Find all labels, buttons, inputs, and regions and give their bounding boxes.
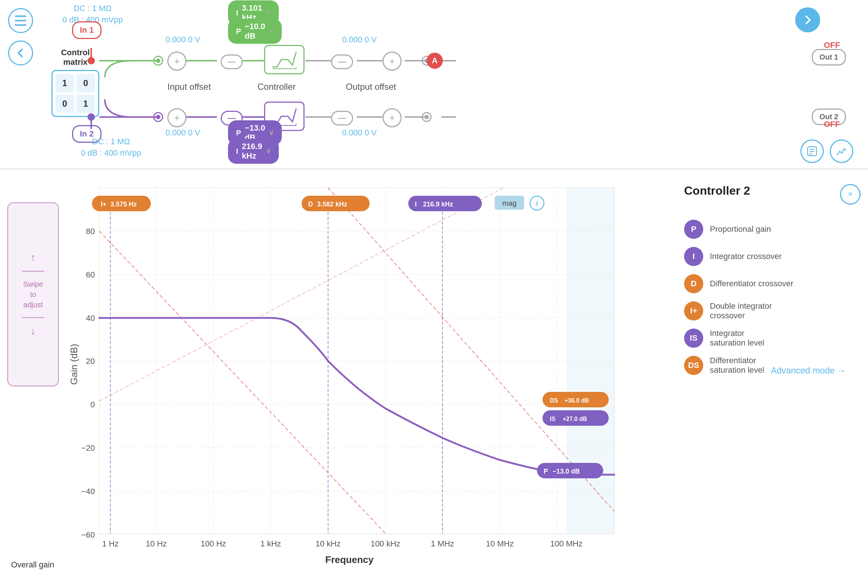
svg-text:−13.0 dB: −13.0 dB xyxy=(552,468,580,475)
ch2-gain-row: × P −13.0 dB ∨ xyxy=(228,128,233,137)
volt-input-bot: 0.000 0 V xyxy=(165,128,200,137)
legend-badge-p: P xyxy=(684,220,703,239)
svg-text:10 kHz: 10 kHz xyxy=(316,539,341,548)
matrix-cell-11[interactable]: 1 xyxy=(77,95,95,113)
svg-text:80: 80 xyxy=(86,227,95,236)
svg-text:10 Hz: 10 Hz xyxy=(146,539,167,548)
adder-green-1[interactable]: + xyxy=(167,52,186,71)
ch2-freq-badge[interactable]: I 216.9 kHz ∨ xyxy=(228,139,279,164)
legend-item-iplus: I+ Double integratorcrossover xyxy=(684,301,861,321)
menu-button[interactable] xyxy=(8,8,33,33)
svg-text:216.9 kHz: 216.9 kHz xyxy=(423,201,453,208)
svg-text:1 MHz: 1 MHz xyxy=(431,539,454,548)
legend-text-d: Differentiator crossover xyxy=(710,279,793,288)
swipe-line-top xyxy=(22,271,44,272)
svg-text:3.575 Hz: 3.575 Hz xyxy=(110,201,137,208)
svg-text:mag: mag xyxy=(502,199,517,207)
swipe-down-arrow[interactable]: ↓ xyxy=(31,325,36,337)
legend-badge-d: D xyxy=(684,274,703,293)
adder-purple-1[interactable]: + xyxy=(167,108,186,127)
svg-text:100 Hz: 100 Hz xyxy=(201,539,226,548)
svg-text:Frequency: Frequency xyxy=(325,554,374,565)
legend-panel: Controller 2 × P Proportional gain I Int… xyxy=(684,184,861,383)
legend-item-i: I Integrator crossover xyxy=(684,247,861,266)
legend-text-p: Proportional gain xyxy=(710,225,771,234)
svg-text:+36.0 dB: +36.0 dB xyxy=(565,397,589,404)
input-offset-label: Input offset xyxy=(167,82,211,92)
ch2-freq-dropdown[interactable]: ∨ xyxy=(266,147,271,155)
off1-label: OFF xyxy=(824,40,840,50)
controller-green[interactable] xyxy=(264,45,304,74)
out1-node[interactable]: Out 1 xyxy=(812,49,846,65)
swipe-panel[interactable]: ↑ Swipe to adjust ↓ xyxy=(7,202,59,386)
svg-text:i: i xyxy=(536,200,538,207)
overall-gain-label: Overall gain xyxy=(11,560,54,570)
volt-input-top: 0.000 0 V xyxy=(165,35,200,44)
ch1-freq-dropdown[interactable]: ∨ xyxy=(266,9,271,17)
legend-text-is: Integratorsaturation level xyxy=(710,329,764,348)
matrix-box[interactable]: 1 0 0 1 xyxy=(52,70,99,117)
swipe-up-arrow[interactable]: ↑ xyxy=(31,252,36,263)
svg-text:20: 20 xyxy=(86,356,95,366)
matrix-cell-01[interactable]: 0 xyxy=(77,74,95,92)
controller-title: Controller 2 xyxy=(684,184,861,198)
controller-label: Controller xyxy=(257,82,296,92)
dc-label-bottom: DC : 1 MΩ 0 dB : 400 mVpp xyxy=(81,136,141,159)
legend-close-button[interactable]: × xyxy=(840,184,861,205)
svg-text:−40: −40 xyxy=(81,487,95,496)
legend-text-ds: Differentiatorsaturation level xyxy=(710,356,764,375)
adder-output-green[interactable]: + xyxy=(382,52,402,71)
legend-item-p: P Proportional gain xyxy=(684,220,861,239)
svg-rect-38 xyxy=(567,188,614,533)
minus-green[interactable]: — xyxy=(221,55,243,69)
a-circle[interactable]: A xyxy=(427,53,443,69)
svg-rect-2 xyxy=(15,24,27,26)
svg-text:DS: DS xyxy=(550,397,558,404)
svg-point-26 xyxy=(424,115,429,119)
ch1-gain-dropdown[interactable]: ∨ xyxy=(269,27,274,35)
svg-point-12 xyxy=(156,59,160,63)
svg-point-23 xyxy=(154,112,162,121)
svg-text:−60: −60 xyxy=(81,530,95,539)
notes-button[interactable] xyxy=(800,139,824,163)
svg-text:IS: IS xyxy=(550,416,555,422)
svg-text:I+: I+ xyxy=(101,201,107,208)
minus-output-green[interactable]: — xyxy=(331,55,353,69)
back-button[interactable] xyxy=(8,40,33,65)
matrix-cell-00[interactable]: 1 xyxy=(56,74,74,92)
svg-text:10 MHz: 10 MHz xyxy=(486,539,514,548)
legend-item-is: IS Integratorsaturation level xyxy=(684,329,861,348)
svg-text:Gain (dB): Gain (dB) xyxy=(68,344,80,384)
legend-text-i: Integrator crossover xyxy=(710,252,782,261)
svg-text:P: P xyxy=(543,468,548,475)
ch2-gain-dropdown[interactable]: ∨ xyxy=(269,129,274,137)
control-matrix-label: Controlmatrix xyxy=(52,48,99,67)
off2-label: OFF xyxy=(824,120,840,129)
advanced-mode-link[interactable]: Advanced mode → xyxy=(771,365,846,376)
ch2-freq-row: × I 216.9 kHz ∨ xyxy=(228,146,233,156)
svg-text:+27.0 dB: +27.0 dB xyxy=(563,416,587,422)
svg-point-11 xyxy=(154,56,162,65)
in1-node[interactable]: In 1 xyxy=(72,21,102,39)
svg-text:0: 0 xyxy=(90,400,95,409)
svg-text:60: 60 xyxy=(86,270,95,279)
legend-item-d: D Differentiator crossover xyxy=(684,274,861,293)
swipe-text: Swipe to adjust xyxy=(23,279,43,310)
legend-badge-is: IS xyxy=(684,329,703,348)
minus-output-purple[interactable]: — xyxy=(331,111,353,126)
next-button[interactable] xyxy=(795,7,820,33)
graph-button[interactable] xyxy=(830,139,853,163)
matrix-cell-10[interactable]: 0 xyxy=(56,95,74,113)
svg-text:D: D xyxy=(308,201,313,208)
legend-badge-i: I xyxy=(684,247,703,266)
ch1-gain-badge[interactable]: P −10.0 dB ∨ xyxy=(228,19,282,44)
volt-output-top: 0.000 0 V xyxy=(342,35,376,44)
ch1-freq-row: × I 3.101 kHz ∨ xyxy=(228,8,233,18)
legend-text-iplus: Double integratorcrossover xyxy=(710,301,772,321)
volt-output-bot: 0.000 0 V xyxy=(342,128,376,137)
output-offset-label: Output offset xyxy=(346,82,396,92)
bottom-panel: ↑ Swipe to adjust ↓ Overall gain xyxy=(0,169,868,588)
control-matrix: Controlmatrix 1 0 0 1 xyxy=(52,48,99,117)
svg-text:1 Hz: 1 Hz xyxy=(102,539,118,548)
adder-output-purple[interactable]: + xyxy=(382,108,402,127)
